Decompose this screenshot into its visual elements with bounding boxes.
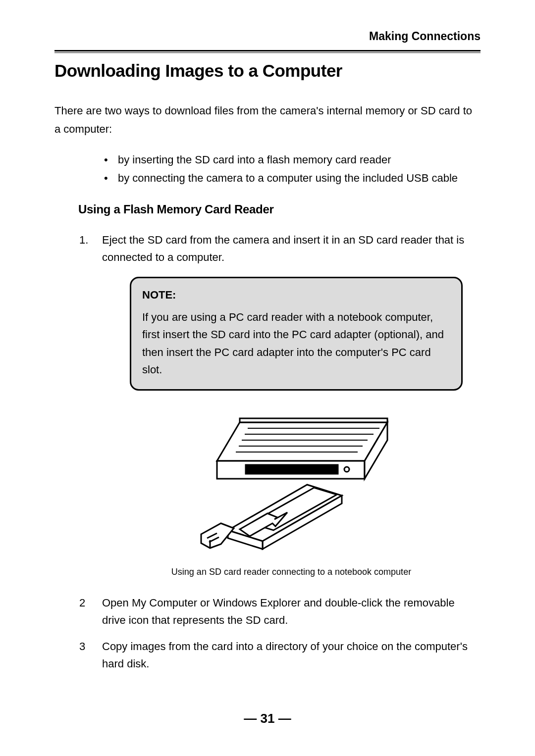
intro-paragraph: There are two ways to download files fro… [54, 101, 481, 139]
note-title: NOTE: [142, 286, 450, 303]
horizontal-rule [54, 50, 481, 53]
chapter-label: Making Connections [54, 30, 481, 43]
bullet-item: by connecting the camera to a computer u… [104, 169, 481, 187]
figure-illustration [102, 415, 481, 559]
step-number: 1. [79, 231, 88, 249]
step-text: Copy images from the card into a directo… [102, 640, 468, 670]
step-item: 1. Eject the SD card from the camera and… [79, 231, 481, 579]
steps-list: 1. Eject the SD card from the camera and… [79, 231, 481, 673]
step-text: Open My Computer or Windows Explorer and… [102, 597, 455, 626]
step-text: Eject the SD card from the camera and in… [102, 234, 464, 263]
svg-rect-1 [240, 418, 387, 422]
step-number: 3 [79, 638, 85, 655]
note-box: NOTE: If you are using a PC card reader … [130, 277, 463, 391]
page-number: — 31 — [0, 711, 535, 726]
bullet-list: by inserting the SD card into a flash me… [104, 151, 481, 188]
section-subheading: Using a Flash Memory Card Reader [78, 202, 481, 216]
svg-point-10 [344, 467, 349, 472]
step-item: 3 Copy images from the card into a direc… [79, 638, 481, 672]
step-item: 2 Open My Computer or Windows Explorer a… [79, 594, 481, 629]
sd-card-laptop-illustration-icon [192, 415, 390, 554]
svg-rect-9 [246, 465, 338, 474]
figure-caption: Using an SD card reader connecting to a … [102, 565, 481, 579]
document-page: Making Connections Downloading Images to… [0, 0, 535, 741]
note-body: If you are using a PC card reader with a… [142, 308, 450, 378]
step-number: 2 [79, 594, 85, 611]
page-title: Downloading Images to a Computer [54, 61, 481, 81]
bullet-item: by inserting the SD card into a flash me… [104, 151, 481, 169]
